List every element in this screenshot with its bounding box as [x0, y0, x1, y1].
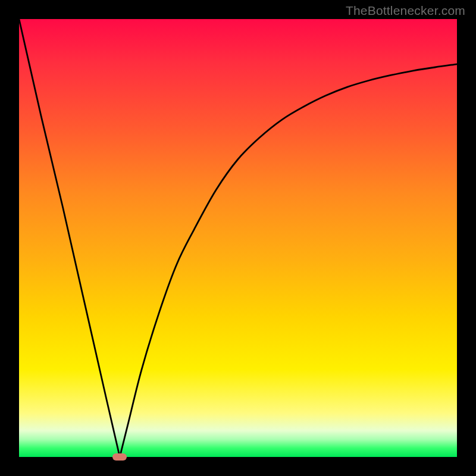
curve-right-branch	[120, 64, 457, 457]
curve-left-branch	[19, 19, 120, 457]
chart-frame: TheBottlenecker.com	[0, 0, 476, 476]
optimum-marker	[112, 453, 127, 461]
watermark-text: TheBottlenecker.com	[346, 4, 465, 18]
plot-area	[19, 19, 457, 457]
bottleneck-curve	[19, 19, 457, 457]
